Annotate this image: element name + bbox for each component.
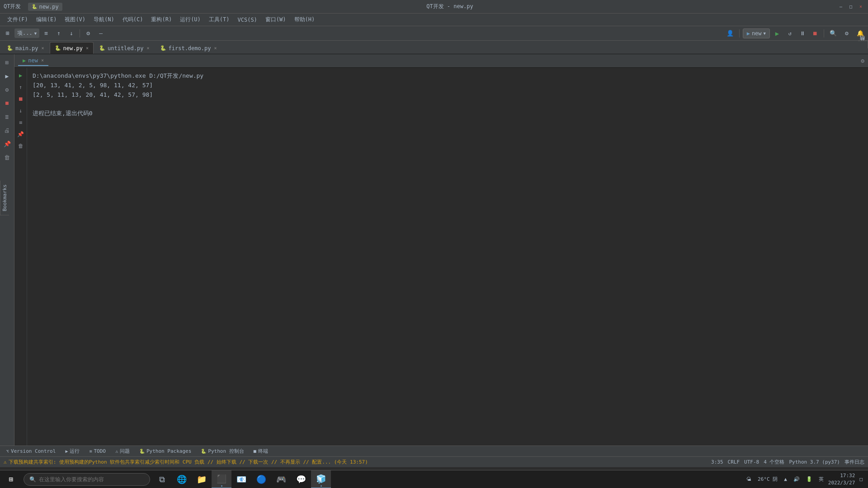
- menu-help[interactable]: 帮助(H): [291, 14, 319, 25]
- wechat-app[interactable]: 💬: [291, 470, 311, 488]
- menu-navigate[interactable]: 导航(N): [90, 14, 118, 25]
- run-configuration-selector[interactable]: ▶ new ▼: [743, 28, 770, 38]
- tab-label-new: new.py: [63, 45, 83, 52]
- network-icon[interactable]: ▲: [782, 475, 789, 483]
- toolbar-down-icon[interactable]: ↓: [66, 28, 77, 39]
- mail-app[interactable]: 📧: [231, 470, 251, 488]
- todo-label: TODO: [94, 448, 106, 454]
- status-python-ver[interactable]: Python 3.7 (py37): [789, 459, 840, 465]
- sidebar-pin-icon[interactable]: 📌: [1, 137, 14, 150]
- menu-tools[interactable]: 工具(T): [205, 14, 233, 25]
- clear-output-button[interactable]: 🗑: [16, 141, 26, 151]
- app6-btn[interactable]: 🎮: [271, 470, 291, 488]
- ime-icon[interactable]: 英: [817, 475, 826, 483]
- app5-btn[interactable]: 🔵: [251, 470, 271, 488]
- status-line-sep[interactable]: CRLF: [728, 459, 740, 465]
- toolbar-user-icon[interactable]: 👤: [724, 28, 736, 39]
- run-button[interactable]: ▶: [772, 28, 783, 39]
- pycharm-active-indicator: [321, 485, 322, 487]
- status-event-log[interactable]: 事件日志: [844, 459, 864, 465]
- settings-gear-icon[interactable]: ⚙: [841, 28, 853, 39]
- bottom-tab-problems[interactable]: ⚠ 问题: [111, 446, 135, 456]
- menu-vcs[interactable]: VCS(S): [234, 15, 261, 24]
- packages-icon: 🐍: [139, 449, 145, 454]
- minimize-button[interactable]: —: [837, 3, 844, 10]
- taskbar-search-box[interactable]: 🔍: [24, 473, 150, 486]
- bottom-tab-terminal[interactable]: ■ 终端: [249, 446, 273, 456]
- toolbar-structure-icon[interactable]: ≡: [40, 28, 52, 39]
- py-icon: 🐍: [32, 4, 37, 9]
- sidebar-stop-icon[interactable]: ⏹: [1, 97, 14, 109]
- sidebar-trash-icon[interactable]: 🗑: [1, 151, 14, 164]
- explorer-app[interactable]: 📁: [192, 470, 212, 488]
- run-icon: ▶: [65, 449, 68, 454]
- run-tab-close[interactable]: ×: [41, 58, 44, 63]
- reload-button[interactable]: ↺: [784, 28, 795, 39]
- bottom-tab-version-control[interactable]: ⌥ Version Control: [2, 446, 61, 456]
- sidebar-project-icon[interactable]: ⊞: [1, 56, 14, 69]
- battery-icon[interactable]: 🔋: [804, 475, 814, 483]
- start-button[interactable]: ⊞: [0, 470, 22, 488]
- taskbar-datetime[interactable]: 17:32 2022/3/27: [828, 472, 855, 486]
- project-selector[interactable]: 项... ▼: [14, 28, 39, 38]
- bottom-tab-python-packages[interactable]: 🐍 Python Packages: [135, 446, 196, 456]
- tab-close-untitled[interactable]: ×: [146, 46, 149, 51]
- bottom-tab-run[interactable]: ▶ 运行: [61, 446, 85, 456]
- run-tab-new[interactable]: ▶ new ×: [18, 56, 48, 66]
- bookmarks-label[interactable]: Bookmarks: [0, 181, 9, 216]
- notification-area[interactable]: □: [858, 475, 864, 483]
- bottom-tab-todo[interactable]: ≡ TODO: [85, 446, 111, 456]
- stop-button[interactable]: ⏹: [810, 28, 821, 39]
- menu-file[interactable]: 文件(F): [4, 14, 32, 25]
- toolbar-minus-icon[interactable]: —: [95, 28, 107, 39]
- status-encoding[interactable]: UTF-8: [744, 459, 759, 465]
- wrap-button[interactable]: ≡: [16, 117, 26, 127]
- menu-code[interactable]: 代码(C): [119, 14, 147, 25]
- menu-refactor[interactable]: 重构(R): [147, 14, 175, 25]
- pause-button[interactable]: ⏸: [797, 28, 808, 39]
- tab-close-main[interactable]: ×: [42, 46, 44, 51]
- tab-untitled-py[interactable]: 🐍 untitled.py ×: [94, 42, 155, 54]
- bottom-tab-python-console[interactable]: 🐍 Python 控制台: [196, 446, 249, 456]
- scroll-up-button[interactable]: ↑: [16, 82, 26, 92]
- tab-new-py[interactable]: 🐍 new.py ×: [50, 42, 94, 54]
- run-tab-settings-icon[interactable]: ⚙: [861, 57, 864, 64]
- task-view-button[interactable]: ⧉: [152, 470, 172, 488]
- pin-output-button[interactable]: 📌: [16, 129, 26, 139]
- toolbar-settings-icon[interactable]: ⚙: [82, 28, 94, 39]
- search-everywhere-icon[interactable]: 🔍: [827, 28, 839, 39]
- scroll-down-button[interactable]: ↓: [16, 106, 26, 116]
- status-line-col[interactable]: 3:35: [711, 459, 723, 465]
- sidebar-print-icon[interactable]: 🖨: [1, 124, 14, 136]
- toolbar-up-icon[interactable]: ↑: [53, 28, 65, 39]
- toolbar-sep-2: [739, 29, 740, 38]
- menu-edit[interactable]: 编辑(E): [33, 14, 61, 25]
- taskbar-app6: 🎮: [271, 470, 291, 488]
- volume-icon[interactable]: 🔊: [792, 475, 802, 483]
- tab-close-new[interactable]: ×: [86, 46, 89, 51]
- taskbar-pycharm: 🧊: [311, 470, 331, 488]
- weather-icon: 🌤: [745, 475, 753, 483]
- edge-app[interactable]: 🌐: [172, 470, 192, 488]
- tab-close-first[interactable]: ×: [214, 46, 217, 51]
- toolbar-sep-1: [80, 29, 80, 38]
- rerun-button[interactable]: ▶: [16, 70, 26, 80]
- sidebar-layers-icon[interactable]: ≣: [1, 110, 14, 123]
- menu-run[interactable]: 运行(U): [176, 14, 204, 25]
- tab-main-py[interactable]: 🐍 main.py ×: [2, 42, 49, 54]
- toolbar-grid-icon[interactable]: ⊞: [2, 28, 14, 39]
- notifications-icon[interactable]: 🔔: [854, 28, 866, 39]
- console-icon: 🐍: [201, 449, 206, 454]
- maximize-button[interactable]: □: [847, 3, 854, 10]
- taskbar-search-input[interactable]: [39, 476, 138, 483]
- menu-view[interactable]: 视图(V): [61, 14, 89, 25]
- sidebar-settings-icon[interactable]: ⚙: [1, 83, 14, 96]
- tab-first-demo-py[interactable]: 🐍 first.demo.py ×: [155, 42, 222, 54]
- status-indent[interactable]: 4 个空格: [764, 459, 784, 465]
- close-button[interactable]: ×: [857, 3, 864, 10]
- stop-run-button[interactable]: ⏹: [16, 94, 26, 104]
- status-warning-text[interactable]: 下载预构建共享索引: 使用预构建的Python 软件包共享索引减少索引时间和 C…: [9, 459, 368, 465]
- sidebar-run-icon[interactable]: ▶: [1, 70, 14, 82]
- menu-window[interactable]: 窗口(W): [262, 14, 290, 25]
- structure-label[interactable]: 结构: [858, 41, 868, 48]
